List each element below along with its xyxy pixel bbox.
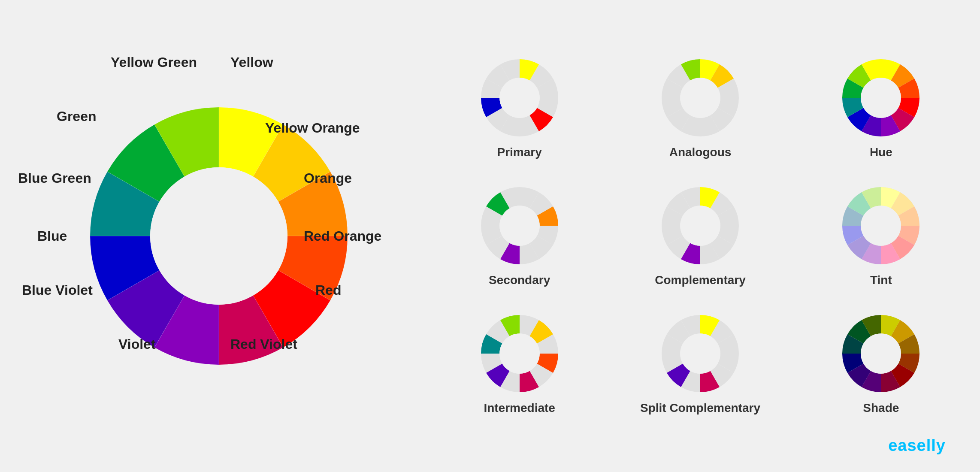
diagrams-section: PrimaryAnalogousHueSecondaryComplementar… [446, 57, 954, 415]
diagram-label-splitcomplementary: Split Complementary [640, 401, 760, 415]
wheel-label-green: Green [57, 109, 96, 124]
wheel-label-orange: Orange [304, 170, 352, 186]
wheel-label-yellow-green: Yellow Green [111, 54, 197, 70]
diagram-canvas-hue [840, 57, 922, 139]
diagram-item-tint: Tint [808, 185, 954, 287]
wheel-label-red-orange: Red Orange [304, 228, 381, 244]
diagram-item-analogous: Analogous [627, 57, 773, 159]
diagram-label-tint: Tint [870, 273, 892, 287]
diagram-item-complementary: Complementary [627, 185, 773, 287]
wheel-label-yellow: Yellow [230, 54, 273, 70]
diagram-canvas-tint [840, 185, 922, 266]
wheel-labels: Yellow GreenYellowGreenYellow OrangeBlue… [26, 43, 412, 429]
wheel-label-violet: Violet [118, 336, 156, 352]
diagram-label-primary: Primary [497, 145, 542, 159]
diagram-label-analogous: Analogous [669, 145, 732, 159]
wheel-label-blue-green: Blue Green [18, 170, 91, 186]
easelly-logo: easelly [888, 436, 946, 455]
diagram-item-primary: Primary [446, 57, 593, 159]
wheel-label-red-violet: Red Violet [230, 336, 297, 352]
diagram-canvas-splitcomplementary [659, 313, 741, 394]
diagram-canvas-secondary [479, 185, 560, 266]
color-wheel-section: Yellow GreenYellowGreenYellow OrangeBlue… [26, 43, 412, 429]
diagram-canvas-analogous [659, 57, 741, 139]
diagram-canvas-shade [840, 313, 922, 394]
wheel-label-yellow-orange: Yellow Orange [265, 120, 360, 136]
diagram-canvas-intermediate [479, 313, 560, 394]
diagram-canvas-complementary [659, 185, 741, 266]
diagram-item-secondary: Secondary [446, 185, 593, 287]
diagram-label-shade: Shade [863, 401, 899, 415]
wheel-label-blue-violet: Blue Violet [22, 282, 93, 298]
diagram-item-shade: Shade [808, 313, 954, 415]
diagram-label-intermediate: Intermediate [484, 401, 555, 415]
diagram-item-splitcomplementary: Split Complementary [627, 313, 773, 415]
diagram-item-hue: Hue [808, 57, 954, 159]
diagram-item-intermediate: Intermediate [446, 313, 593, 415]
diagram-canvas-primary [479, 57, 560, 139]
diagram-label-hue: Hue [870, 145, 892, 159]
logo-text: easelly [888, 436, 946, 454]
main-container: Yellow GreenYellowGreenYellow OrangeBlue… [26, 43, 954, 429]
diagram-label-secondary: Secondary [489, 273, 550, 287]
diagram-label-complementary: Complementary [655, 273, 746, 287]
wheel-label-blue: Blue [37, 228, 67, 244]
wheel-label-red: Red [315, 282, 341, 298]
